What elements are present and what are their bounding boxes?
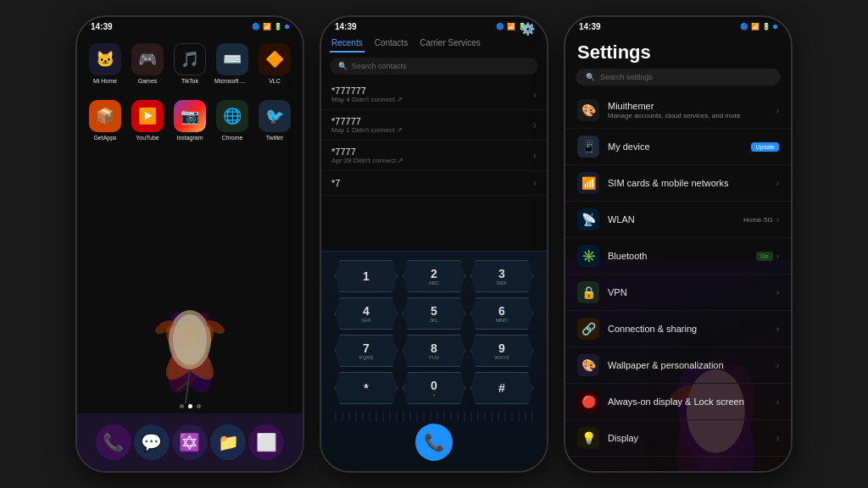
phone-3: 14:39 🔵 📶 🔋 Settings 🔍 Search settings	[564, 15, 793, 473]
signal-icon-2: 📶	[507, 23, 515, 30]
app-twitter[interactable]: 🐦 Twitter	[257, 100, 292, 141]
app-games[interactable]: 🎮 Games	[130, 43, 165, 85]
dock-messages[interactable]: 💬	[134, 424, 170, 460]
key-3[interactable]: 3DEF	[470, 260, 533, 292]
key-star[interactable]: *	[335, 372, 398, 404]
keypad-grid: 1 2ABC 3DEF 4GHI 5JKL 6MNO 7PQRS 8TUV 9W…	[321, 252, 547, 411]
recent-arrow-2: ›	[533, 119, 537, 131]
app-instagram[interactable]: 📷 Instagram	[172, 100, 208, 141]
settings-search-bar[interactable]: 🔍 Search settings	[576, 69, 781, 86]
call-button[interactable]: 📞	[415, 424, 453, 461]
wallpaper-icon: 🎨	[577, 354, 599, 376]
phone-1: 14:39 🔵 📶 🔋	[75, 15, 304, 473]
update-badge: Update	[751, 142, 779, 152]
recent-arrow-1: ›	[533, 89, 537, 101]
app-vlc[interactable]: 🔶 VLC	[257, 43, 292, 85]
status-dot-1	[285, 25, 289, 29]
bluetooth-icon-1: 🔵	[252, 23, 260, 30]
settings-item-wlan[interactable]: 📡 WLAN Home-5G ›	[565, 202, 791, 238]
chevron-lock-screen: ›	[776, 397, 779, 407]
key-hash[interactable]: #	[470, 372, 533, 404]
chevron-wlan: ›	[776, 215, 779, 225]
dialer-settings-icon[interactable]: ⚙️	[520, 22, 535, 36]
my-device-icon: 📱	[577, 136, 599, 158]
phone-1-screen: 14:39 🔵 📶 🔋	[77, 17, 303, 471]
bluetooth-icon-3: 🔵	[740, 23, 748, 30]
chevron-sim: ›	[776, 179, 779, 188]
display-icon: 💡	[577, 427, 599, 449]
signal-icon-3: 📶	[751, 23, 760, 30]
status-time-3: 14:39	[579, 22, 601, 31]
search-placeholder-dialer: Search contacts	[352, 62, 407, 70]
chevron-display: ›	[776, 434, 779, 443]
app-chrome[interactable]: 🌐 Chrome	[214, 100, 250, 141]
chevron-wallpaper: ›	[776, 361, 779, 370]
svg-point-6	[177, 323, 203, 348]
key-9[interactable]: 9WXYZ	[470, 335, 533, 367]
dock-star[interactable]: ✡️	[172, 424, 208, 460]
settings-item-sim[interactable]: 📶 SIM cards & mobile networks ›	[565, 165, 791, 202]
page-dots	[77, 404, 303, 408]
settings-item-my-device[interactable]: 📱 My device Update	[565, 129, 791, 165]
chevron-vpn: ›	[776, 288, 779, 297]
chevron-miuithemer: ›	[776, 106, 779, 115]
vpn-icon: 🔒	[577, 281, 599, 303]
app-getapps[interactable]: 📦 GetApps	[87, 100, 123, 141]
key-7[interactable]: 7PQRS	[335, 335, 398, 367]
dialer-tabs: Recents Contacts Carrier Services	[321, 33, 547, 53]
recent-call-4[interactable]: *7 ›	[321, 171, 547, 196]
search-contacts[interactable]: 🔍 Search contacts	[330, 58, 538, 75]
chevron-connection: ›	[776, 324, 779, 334]
connection-icon: 🔗	[577, 318, 599, 340]
bluetooth-icon: ✳️	[577, 245, 599, 267]
settings-title: Settings	[565, 33, 791, 69]
status-icons-1: 🔵 📶 🔋	[252, 23, 289, 30]
signal-icon-1: 📶	[263, 23, 271, 30]
battery-icon-3: 🔋	[762, 23, 771, 30]
page-dot-3	[197, 404, 201, 408]
search-icon-dialer: 🔍	[338, 62, 348, 70]
settings-item-bluetooth[interactable]: ✳️ Bluetooth On ›	[565, 238, 791, 274]
search-icon-settings: 🔍	[586, 73, 595, 81]
tab-carrier-services[interactable]: Carrier Services	[418, 35, 482, 53]
key-2[interactable]: 2ABC	[403, 260, 465, 292]
settings-item-wallpaper[interactable]: 🎨 Wallpaper & personalization ›	[565, 347, 791, 384]
settings-item-connection[interactable]: 🔗 Connection & sharing ›	[565, 311, 791, 347]
recent-call-3[interactable]: *7777 Apr 29 Didn't connect ↗ ›	[321, 141, 547, 171]
tab-recents[interactable]: Recents	[330, 35, 364, 53]
key-8[interactable]: 8TUV	[403, 335, 465, 367]
settings-item-miuithemer[interactable]: 🎨 Miuithemer Manage accounts, cloud serv…	[565, 92, 791, 129]
key-5[interactable]: 5JKL	[403, 297, 465, 330]
dock-files[interactable]: 📁	[210, 424, 246, 460]
dock-app[interactable]: ⬜	[248, 424, 284, 460]
bluetooth-icon-2: 🔵	[496, 23, 504, 30]
key-0[interactable]: 0+	[403, 372, 465, 404]
dock-phone[interactable]: 📞	[96, 424, 131, 460]
status-bar-2: 14:39 🔵 📶 🔋	[321, 17, 547, 33]
wallpaper-flower	[114, 217, 266, 403]
recent-call-2[interactable]: *77777 May 1 Didn't connect ↗ ›	[321, 110, 547, 141]
key-1[interactable]: 1	[335, 260, 398, 292]
app-swiftkey[interactable]: ⌨️ Microsoft SwiftKey...	[214, 43, 250, 85]
key-4[interactable]: 4GHI	[335, 297, 398, 330]
app-youtube[interactable]: ▶️ YouTube	[130, 100, 165, 141]
recent-call-1[interactable]: *777777 May 4 Didn't connect ↗ ›	[321, 80, 547, 110]
recent-calls-list: *777777 May 4 Didn't connect ↗ › *77777 …	[321, 80, 547, 196]
status-time-1: 14:39	[91, 22, 113, 31]
phone-3-screen: 14:39 🔵 📶 🔋 Settings 🔍 Search settings	[565, 17, 791, 471]
status-icons-3: 🔵 📶 🔋	[740, 23, 777, 30]
key-6[interactable]: 6MNO	[470, 297, 533, 330]
status-time-2: 14:39	[335, 22, 357, 31]
tab-contacts[interactable]: Contacts	[373, 35, 409, 53]
app-tiktok[interactable]: 🎵 TikTok	[172, 43, 208, 85]
settings-item-display[interactable]: 💡 Display ›	[565, 420, 791, 457]
settings-item-vpn[interactable]: 🔒 VPN ›	[565, 274, 791, 311]
chevron-bluetooth: ›	[776, 252, 779, 261]
search-placeholder-settings: Search settings	[600, 73, 653, 81]
app-mi-home[interactable]: 🐱 Mi Home	[87, 43, 123, 85]
settings-item-lock-screen[interactable]: 🔴 Always-on display & Lock screen ›	[565, 384, 791, 420]
wlan-icon: 📡	[577, 208, 599, 230]
apps-row-1: 🐱 Mi Home 🎮 Games 🎵 TikTok ⌨️ Microsoft …	[77, 36, 303, 92]
phone-2-screen: 14:39 🔵 📶 🔋 ⚙️ Recents Contacts Carrier …	[321, 17, 547, 471]
status-bar-3: 14:39 🔵 📶 🔋	[565, 17, 791, 33]
